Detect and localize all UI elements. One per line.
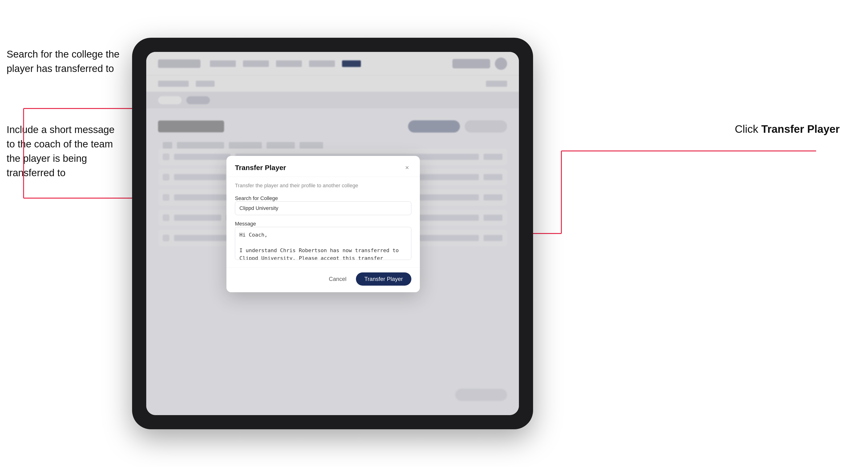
dialog-header: Transfer Player × [226,156,420,177]
annotation-search-instruction: Search for the college the player has tr… [7,47,122,76]
dialog-footer: Cancel Transfer Player [226,268,420,292]
transfer-player-button[interactable]: Transfer Player [356,272,411,286]
dialog-subtitle: Transfer the player and their profile to… [235,183,411,189]
annotation-click-bold: Transfer Player [762,123,840,135]
tablet-screen: Transfer Player × Transfer the player an… [146,52,519,415]
annotation-message-instruction: Include a short message to the coach of … [7,123,122,180]
dialog-title: Transfer Player [235,164,286,172]
modal-overlay: Transfer Player × Transfer the player an… [146,52,519,415]
message-label: Message [235,221,256,227]
dialog-close-button[interactable]: × [403,163,411,172]
annotation-click-instruction: Click Transfer Player [735,123,840,135]
transfer-player-dialog: Transfer Player × Transfer the player an… [226,156,420,292]
search-college-input[interactable] [235,201,411,215]
message-textarea[interactable]: Hi Coach, I understand Chris Robertson h… [235,227,411,260]
search-college-label: Search for College [235,195,278,201]
tablet-frame: Transfer Player × Transfer the player an… [132,38,533,429]
dialog-body: Transfer the player and their profile to… [226,177,420,268]
cancel-button[interactable]: Cancel [324,273,351,285]
annotation-click-prefix: Click [735,123,761,135]
